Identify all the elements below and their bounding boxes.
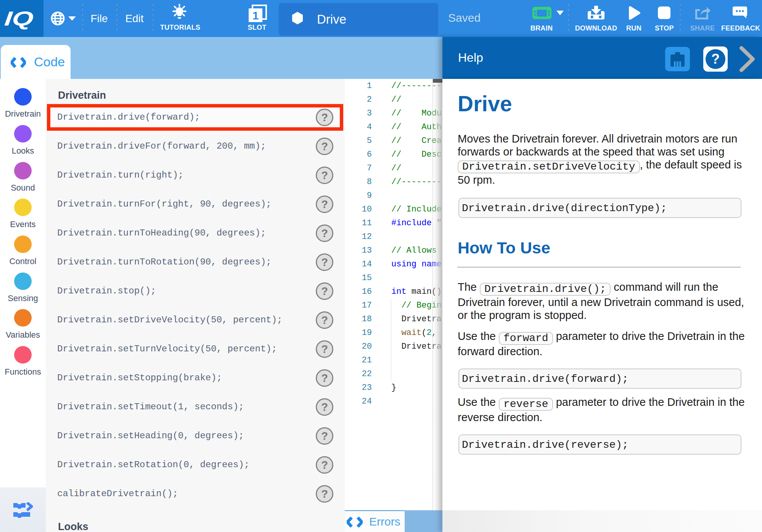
svg-text:1: 1 <box>252 9 259 22</box>
